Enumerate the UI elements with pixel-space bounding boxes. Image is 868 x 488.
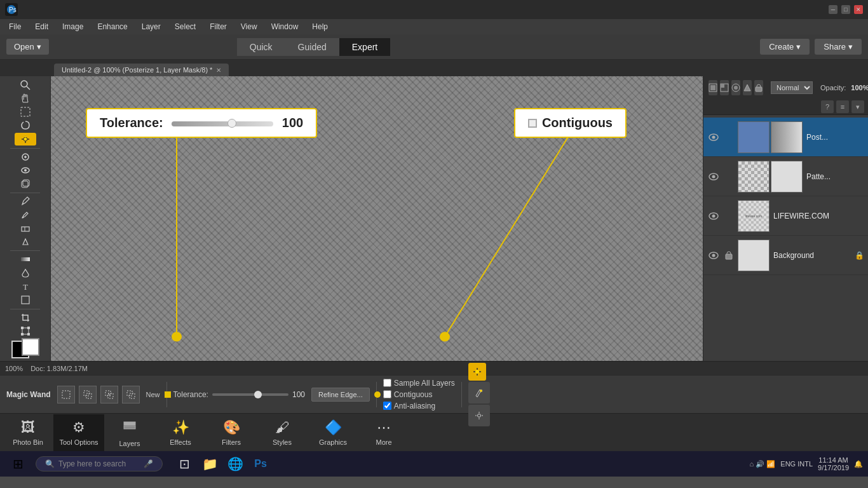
maximize-button[interactable]: □ [841,5,850,14]
search-bar[interactable]: 🔍 Type here to search 🎤 [36,456,163,471]
file-explorer-btn[interactable]: 📁 [198,454,221,474]
layer-row-background[interactable]: Background 🔒 [703,236,868,275]
fg-bg-colors[interactable] [11,341,39,356]
quick-mode-tab[interactable]: Quick [237,38,285,56]
layer-visibility-pattern[interactable] [707,170,720,183]
open-button[interactable]: Open ▾ [6,39,49,55]
eraser-tool[interactable] [15,222,36,234]
guided-mode-tab[interactable]: Guided [285,38,339,56]
panel-icon-lock[interactable] [754,80,763,95]
pencil-tool[interactable] [15,195,36,207]
panel-icon-1[interactable] [709,80,717,95]
menu-file[interactable]: File [3,20,27,33]
tolerance-annotation-dot [165,391,171,398]
panel-icon-3[interactable] [731,80,740,95]
bucket-tool[interactable] [15,267,36,279]
svg-point-2 [21,81,27,87]
magic-wand-variant-3[interactable] [468,405,490,426]
menu-layer[interactable]: Layer [135,20,167,33]
create-button[interactable]: Create ▾ [760,39,810,55]
minimize-button[interactable]: ─ [829,5,837,14]
styles-label: Styles [273,438,292,446]
sample-all-layers-checkbox[interactable] [383,379,391,387]
panel-help-icon[interactable]: ? [821,100,834,113]
blend-mode-select[interactable]: Normal [771,81,813,94]
zoom-tool[interactable] [15,79,36,91]
panel-expand-icon[interactable]: ▾ [851,100,864,113]
layer-visibility-posterize[interactable] [707,131,720,144]
subtract-selection-btn[interactable] [100,386,118,403]
anti-aliasing-checkbox[interactable] [383,402,391,410]
task-view-btn[interactable]: ⊡ [173,454,196,474]
notification-icon[interactable]: 🔔 [854,460,863,468]
layer-row-pattern[interactable]: Patte... [703,157,868,196]
layer-row-posterize[interactable]: Post... [703,118,868,157]
clone-tool[interactable] [15,178,36,190]
tool-options-bar: Magic Wand New Tolerance: 100 Refine Edg… [0,375,868,413]
layer-lock-lifewire [724,211,734,221]
add-selection-btn[interactable] [79,386,97,403]
shape-tool[interactable] [15,294,36,306]
panel-icon-4[interactable] [743,80,752,95]
microphone-icon[interactable]: 🎤 [144,459,153,468]
refine-edge-button[interactable]: Refine Edge... [311,388,370,402]
menu-bar: File Edit Image Enhance Layer Select Fil… [0,19,868,34]
graphics-button[interactable]: 🔷 Graphics [308,414,358,451]
layers-button[interactable]: Layers [104,414,155,451]
menu-window[interactable]: Window [265,20,305,33]
styles-button[interactable]: 🖌 Styles [257,414,308,451]
close-tab-button[interactable]: ✕ [216,67,221,74]
svg-point-43 [712,135,715,139]
menu-view[interactable]: View [234,20,264,33]
tool-options-button[interactable]: ⚙ Tool Options [53,414,104,451]
magic-wand-variant-2[interactable] [468,382,490,403]
menu-filter[interactable]: Filter [203,20,233,33]
spot-healing-tool[interactable] [15,151,36,163]
layer-visibility-lifewire[interactable] [707,210,720,222]
menu-edit[interactable]: Edit [29,20,55,33]
tool-tolerance-value: 100 [292,390,305,399]
chrome-btn[interactable]: 🌐 [224,454,247,474]
lasso-tool[interactable] [15,119,36,132]
menu-select[interactable]: Select [168,20,202,33]
menu-help[interactable]: Help [306,20,334,33]
menu-image[interactable]: Image [56,20,90,33]
panel-menu-icon[interactable]: ≡ [836,100,849,113]
background-color[interactable] [22,338,39,356]
close-button[interactable]: ✕ [854,5,863,14]
menu-enhance[interactable]: Enhance [91,20,133,33]
share-button[interactable]: Share ▾ [815,39,862,55]
opacity-value: 100% [851,84,868,92]
separator-2 [10,193,40,193]
photo-bin-button[interactable]: 🖼 Photo Bin [3,414,53,451]
blur-tool[interactable] [15,236,36,248]
hand-tool[interactable] [15,92,36,104]
effects-button[interactable]: ✨ Effects [155,414,206,451]
tolerance-slider[interactable] [212,393,288,396]
gradient-tool[interactable] [15,254,36,266]
expert-mode-tab[interactable]: Expert [339,38,390,56]
document-tab[interactable]: Untitled-2 @ 100% (Posterize 1, Layer Ma… [54,64,229,76]
svg-text:T: T [23,282,28,292]
panel-icon-2[interactable] [720,80,729,95]
new-selection-btn[interactable] [57,386,75,403]
more-button[interactable]: ⋯ More [358,414,409,451]
photoshop-taskbar-btn[interactable]: Ps [249,454,272,474]
svg-rect-35 [721,84,724,88]
contiguous-checkbox[interactable] [383,390,391,398]
filters-button[interactable]: 🎨 Filters [206,414,257,451]
intersect-selection-btn[interactable] [122,386,140,403]
sample-all-layers-label: Sample All Layers [394,379,455,388]
crop-tool[interactable] [15,311,36,323]
magic-wand-tool[interactable] [15,133,36,146]
start-button[interactable]: ⊞ [5,454,31,474]
marquee-tool[interactable] [15,105,36,118]
layer-visibility-background[interactable] [707,249,720,262]
transform-tool[interactable] [15,325,36,337]
brush-tool[interactable] [15,209,36,221]
eye-tool[interactable] [15,165,36,177]
layer-row-lifewire[interactable]: lifewire.com LIFEWIRE.COM [703,196,868,236]
magic-wand-variant-1[interactable] [468,363,486,381]
tolerance-thumb[interactable] [254,391,262,398]
text-tool[interactable]: T [15,280,36,292]
